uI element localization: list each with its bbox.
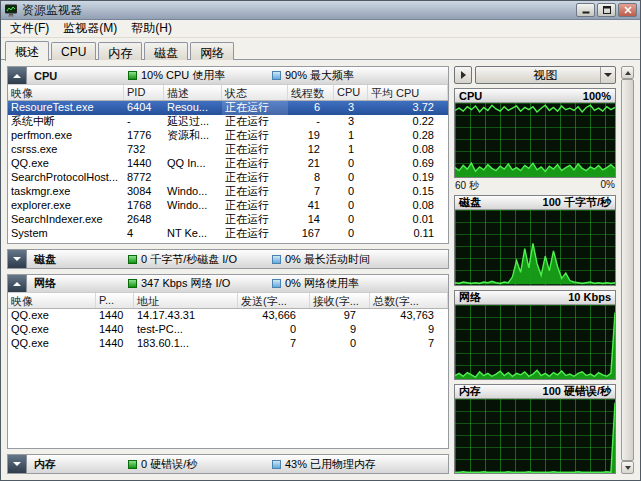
table-cell bbox=[164, 213, 222, 227]
view-dropdown-zone[interactable] bbox=[600, 67, 615, 83]
column-header[interactable]: 平均 CPU bbox=[368, 85, 448, 100]
column-header[interactable]: CPU bbox=[334, 85, 368, 100]
right-scrollbar[interactable] bbox=[621, 66, 634, 474]
expand-graphs-button[interactable] bbox=[454, 66, 472, 84]
close-button[interactable] bbox=[618, 3, 637, 17]
tab-overview[interactable]: 概述 bbox=[5, 41, 49, 61]
cpu-section-title: CPU bbox=[34, 70, 57, 82]
scroll-down-icon bbox=[625, 466, 631, 470]
column-header[interactable]: 状态 bbox=[222, 85, 288, 100]
column-header[interactable]: 总数(字... bbox=[370, 293, 448, 308]
table-cell: 正在运行 bbox=[222, 171, 288, 185]
disk-active-legend-label: 0% 最长活动时间 bbox=[285, 252, 370, 267]
scroll-up-button[interactable] bbox=[621, 66, 634, 79]
table-cell: 6 bbox=[288, 101, 334, 115]
column-header[interactable]: 映像 bbox=[8, 293, 96, 308]
column-header[interactable]: 发送(字... bbox=[238, 293, 310, 308]
memory-collapse-button[interactable] bbox=[8, 455, 27, 473]
table-cell: 0 bbox=[334, 213, 368, 227]
table-cell: 4 bbox=[124, 227, 164, 241]
table-cell: 0.01 bbox=[368, 213, 448, 227]
column-header[interactable]: 地址 bbox=[134, 293, 238, 308]
table-cell: 0 bbox=[334, 171, 368, 185]
memory-section: 内存 0 硬错误/秒 43% 已用物理内存 bbox=[7, 454, 449, 474]
tab-cpu[interactable]: CPU bbox=[51, 42, 96, 60]
table-cell: 正在运行 bbox=[222, 227, 288, 241]
scrollbar-track[interactable] bbox=[621, 79, 634, 461]
table-row[interactable]: csrss.exe732正在运行1210.08 bbox=[8, 143, 448, 157]
column-header[interactable]: P... bbox=[96, 293, 134, 308]
table-cell: - bbox=[124, 115, 164, 129]
table-row[interactable]: SearchIndexer.exe2648正在运行1400.01 bbox=[8, 213, 448, 227]
tab-bar: 概述 CPU 内存 磁盘 网络 bbox=[1, 38, 640, 60]
table-cell: 9 bbox=[310, 323, 370, 337]
table-row[interactable]: 系统中断-延迟过...正在运行-30.22 bbox=[8, 115, 448, 129]
app-icon bbox=[4, 3, 18, 17]
table-row[interactable]: QQ.exe144014.17.43.3143,6669743,763 bbox=[8, 309, 448, 323]
table-row[interactable]: QQ.exe1440test-PC...099 bbox=[8, 323, 448, 337]
cpu-table: 映像PID描述状态线程数CPU平均 CPU ResoureTest.exe640… bbox=[8, 85, 448, 243]
blue-swatch-icon bbox=[272, 255, 281, 264]
table-row[interactable]: ResoureTest.exe6404Resou...正在运行633.72 bbox=[8, 101, 448, 115]
tab-memory[interactable]: 内存 bbox=[98, 42, 142, 60]
memory-graph bbox=[455, 399, 615, 473]
table-row[interactable]: explorer.exe1768Windo...正在运行4100.08 bbox=[8, 199, 448, 213]
menu-monitor[interactable]: 监视器(M) bbox=[56, 18, 124, 39]
table-cell: NT Ke... bbox=[164, 227, 222, 241]
table-row[interactable]: perfmon.exe1776资源和...正在运行1910.28 bbox=[8, 129, 448, 143]
cpu-graph-scale: 100% bbox=[583, 90, 611, 102]
menu-help[interactable]: 帮助(H) bbox=[124, 18, 179, 39]
memory-used-legend-label: 43% 已用物理内存 bbox=[285, 457, 376, 472]
network-graph-scale: 10 Kbps bbox=[568, 291, 611, 303]
network-usage-legend: 0% 网络使用率 bbox=[272, 276, 359, 291]
green-swatch-icon bbox=[128, 71, 137, 80]
network-section-header: 网络 347 Kbps 网络 I/O 0% 网络使用率 bbox=[8, 275, 448, 293]
column-header[interactable]: 线程数 bbox=[288, 85, 334, 100]
view-button[interactable]: 视图 bbox=[475, 66, 616, 84]
table-cell bbox=[164, 171, 222, 185]
table-cell: 6404 bbox=[124, 101, 164, 115]
table-cell: 1776 bbox=[124, 129, 164, 143]
table-cell: 0.08 bbox=[368, 143, 448, 157]
table-cell: Resou... bbox=[164, 101, 222, 115]
network-io-legend-label: 347 Kbps 网络 I/O bbox=[141, 276, 230, 291]
table-row[interactable]: System4NT Ke...正在运行16700.11 bbox=[8, 227, 448, 241]
table-cell: explorer.exe bbox=[8, 199, 124, 213]
maximize-button[interactable] bbox=[597, 3, 616, 17]
table-row[interactable]: QQ.exe1440183.60.1...707 bbox=[8, 337, 448, 351]
disk-collapse-button[interactable] bbox=[8, 250, 27, 268]
column-header[interactable]: PID bbox=[124, 85, 164, 100]
scroll-down-button[interactable] bbox=[621, 461, 634, 474]
network-collapse-button[interactable] bbox=[8, 275, 27, 292]
cpu-section: CPU 10% CPU 使用率 90% 最大频率 映像PID描述状态线程数CPU… bbox=[7, 66, 449, 244]
table-cell: 12 bbox=[288, 143, 334, 157]
memory-section-header: 内存 0 硬错误/秒 43% 已用物理内存 bbox=[8, 455, 448, 473]
table-cell: 43,666 bbox=[238, 309, 310, 323]
table-row[interactable]: SearchProtocolHost...8772正在运行800.19 bbox=[8, 171, 448, 185]
minimize-button[interactable] bbox=[576, 3, 595, 17]
table-cell: 1440 bbox=[124, 157, 164, 171]
menu-file[interactable]: 文件(F) bbox=[3, 18, 56, 39]
column-header[interactable]: 描述 bbox=[164, 85, 222, 100]
resource-monitor-window: 资源监视器 文件(F) 监视器(M) 帮助(H) 概述 CPU 内存 磁盘 网络 bbox=[0, 0, 641, 481]
tab-disk[interactable]: 磁盘 bbox=[144, 42, 188, 60]
green-swatch-icon bbox=[128, 255, 137, 264]
memory-graph-scale: 100 硬错误/秒 bbox=[543, 385, 611, 399]
table-cell: 97 bbox=[310, 309, 370, 323]
table-cell: 0.22 bbox=[368, 115, 448, 129]
cpu-usage-legend-label: 10% CPU 使用率 bbox=[141, 68, 225, 83]
column-header[interactable]: 接收(字... bbox=[310, 293, 370, 308]
column-header[interactable]: 映像 bbox=[8, 85, 124, 100]
table-row[interactable]: QQ.exe1440QQ In...正在运行2100.69 bbox=[8, 157, 448, 171]
network-table: 映像P...地址发送(字...接收(字...总数(字... QQ.exe1440… bbox=[8, 293, 448, 448]
table-cell: 0.69 bbox=[368, 157, 448, 171]
scrollbar-thumb[interactable] bbox=[621, 79, 634, 461]
table-row[interactable]: taskmgr.exe3084Windo...正在运行700.15 bbox=[8, 185, 448, 199]
table-cell: 3 bbox=[334, 101, 368, 115]
graphs-toolbar: 视图 bbox=[454, 66, 616, 84]
tab-network[interactable]: 网络 bbox=[190, 42, 234, 60]
table-cell: 系统中断 bbox=[8, 115, 124, 129]
cpu-collapse-button[interactable] bbox=[8, 67, 27, 84]
table-cell: 0.11 bbox=[368, 227, 448, 241]
overview-content: CPU 10% CPU 使用率 90% 最大频率 映像PID描述状态线程数CPU… bbox=[1, 60, 640, 480]
